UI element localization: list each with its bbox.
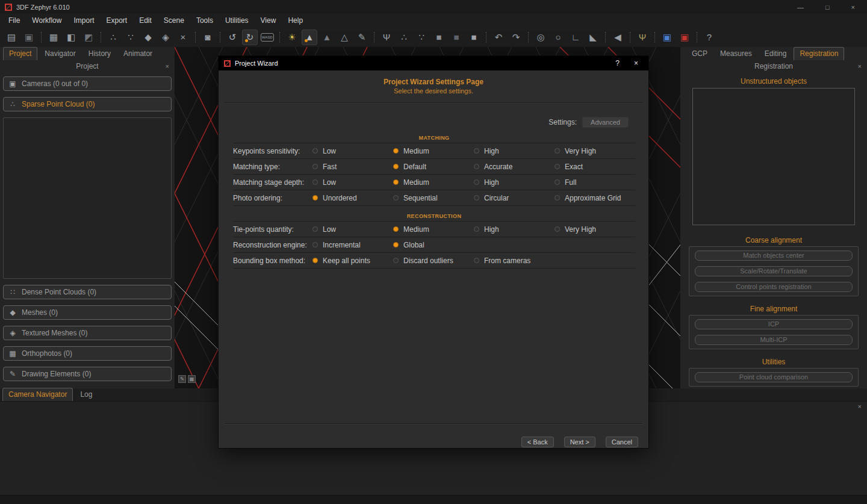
close-icon[interactable]: × [858, 60, 862, 72]
radio-option[interactable]: Fast [312, 163, 393, 171]
radio-option[interactable]: Exact [555, 163, 635, 171]
help-icon[interactable]: ? [701, 30, 717, 45]
menu-scene[interactable]: Scene [158, 16, 190, 25]
save-project-icon[interactable]: ▣ [21, 30, 37, 45]
viewport-grid-tool-button[interactable]: ▦ [188, 375, 196, 383]
radio-option[interactable]: Medium [393, 225, 474, 234]
menu-help[interactable]: Help [282, 16, 309, 25]
radio-option[interactable]: High [474, 178, 555, 187]
plane-icon[interactable]: ■ [466, 30, 482, 45]
new-project-icon[interactable]: ▤ [4, 30, 19, 45]
shaded-render-icon[interactable]: ▲ [319, 30, 335, 45]
radio-option[interactable]: Accurate [474, 163, 555, 171]
wireframe-render-icon[interactable]: △ [337, 30, 352, 45]
dark-cube-icon[interactable]: ◩ [81, 30, 96, 45]
tab-camera-navigator[interactable]: Camera Navigator [2, 388, 73, 401]
menu-utilities[interactable]: Utilities [219, 16, 255, 25]
tab-project[interactable]: Project [3, 47, 37, 60]
unstructured-objects-list[interactable] [692, 88, 855, 225]
scale-rotate-translate-button[interactable]: Scale/Rotate/Translate [695, 266, 853, 276]
back-button[interactable]: < Back [521, 437, 554, 447]
redo-icon[interactable]: ↷ [508, 30, 524, 45]
cube-b-icon[interactable]: ■ [449, 30, 464, 45]
sparse-cloud-icon[interactable]: ∴ [105, 30, 121, 45]
red-app-icon[interactable]: ▣ [677, 30, 692, 45]
project-item-dense-point-clouds[interactable]: ∷ Dense Point Clouds (0) [3, 285, 172, 299]
grid-view-icon[interactable]: ▦ [46, 30, 61, 45]
menu-workflow[interactable]: Workflow [26, 16, 67, 25]
radio-option[interactable]: Very High [555, 147, 635, 155]
menu-file[interactable]: File [2, 16, 26, 25]
radio-option[interactable]: Default [393, 163, 474, 171]
close-icon[interactable]: × [858, 403, 862, 410]
tab-editing[interactable]: Editing [759, 48, 792, 60]
close-icon[interactable]: × [634, 59, 638, 67]
tab-navigator[interactable]: Navigator [39, 48, 81, 60]
scatter-b-icon[interactable]: ∵ [414, 30, 429, 45]
project-item-sparse-point-cloud[interactable]: ∴ Sparse Point Cloud (0) [3, 97, 172, 111]
settings-preset-dropdown[interactable]: Advanced [582, 117, 629, 128]
mesh-tool-icon[interactable]: ◆ [140, 30, 156, 45]
icp-button[interactable]: ICP [695, 319, 853, 329]
radio-option[interactable]: Incremental [312, 241, 393, 249]
radio-option[interactable]: Very High [555, 225, 635, 234]
radio-option[interactable]: Global [393, 241, 474, 249]
dialog-titlebar[interactable]: Project Wizard ? × [219, 56, 648, 70]
radio-option[interactable]: Unordered [312, 194, 393, 202]
project-item-meshes[interactable]: ◆ Meshes (0) [3, 305, 172, 320]
radio-option[interactable]: Full [555, 178, 635, 187]
radio-option[interactable]: Discard outliers [393, 257, 474, 265]
point-cloud-comparison-button[interactable]: Point cloud comparison [695, 372, 853, 382]
radio-option[interactable]: Low [312, 225, 393, 234]
camera-pose-icon[interactable]: Ψ [379, 30, 394, 45]
viewport-draw-tool-button[interactable]: ✎ [178, 375, 186, 383]
project-item-textured-meshes[interactable]: ◈ Textured Meshes (0) [3, 326, 172, 340]
camera-icon[interactable]: ◙ [200, 30, 216, 45]
close-icon[interactable]: × [851, 4, 855, 11]
scatter-a-icon[interactable]: ∴ [396, 30, 412, 45]
wasd-icon[interactable]: WASD [259, 30, 275, 45]
tab-history[interactable]: History [83, 48, 116, 60]
radio-option[interactable]: High [474, 147, 555, 155]
radio-option[interactable]: Medium [393, 147, 474, 155]
cancel-button[interactable]: Cancel [606, 437, 638, 447]
project-item-drawing-elements[interactable]: ✎ Drawing Elements (0) [3, 367, 172, 381]
radio-option[interactable]: Low [312, 178, 393, 187]
axes-icon[interactable]: ∟ [568, 30, 583, 45]
dense-cloud-icon[interactable]: ∵ [123, 30, 138, 45]
textured-mesh-tool-icon[interactable]: ◈ [158, 30, 173, 45]
solid-render-icon[interactable]: ▲ [302, 30, 317, 45]
sparse-point-cloud-list[interactable] [3, 117, 172, 279]
tab-measures[interactable]: Measures [715, 48, 757, 60]
menu-import[interactable]: Import [67, 16, 100, 25]
tab-gcp[interactable]: GCP [686, 48, 713, 60]
tab-animator[interactable]: Animator [118, 48, 158, 60]
radio-option[interactable]: Circular [474, 194, 555, 202]
radio-option[interactable]: Approximate Grid [555, 194, 635, 202]
minimize-icon[interactable]: — [797, 4, 804, 11]
cube-a-icon[interactable]: ■ [431, 30, 447, 45]
menu-edit[interactable]: Edit [133, 16, 158, 25]
project-item-orthophotos[interactable]: ▦ Orthophotos (0) [3, 346, 172, 361]
menu-view[interactable]: View [255, 16, 282, 25]
rings-icon[interactable]: ◎ [533, 30, 548, 45]
radio-option[interactable]: Keep all points [312, 257, 393, 265]
maximize-icon[interactable]: □ [825, 4, 830, 11]
next-button[interactable]: Next > [564, 437, 595, 447]
radio-option[interactable]: From cameras [474, 257, 555, 265]
help-icon[interactable]: ? [615, 59, 620, 67]
fork-tool-icon[interactable]: Ψ [635, 30, 650, 45]
match-objects-center-button[interactable]: Match objects center [695, 250, 853, 261]
control-points-registration-button[interactable]: Control points registration [695, 282, 853, 292]
blue-app-icon[interactable]: ▣ [659, 30, 675, 45]
multi-icp-button[interactable]: Multi-ICP [695, 335, 853, 345]
points-tool-icon[interactable]: × [175, 30, 191, 45]
tab-log[interactable]: Log [75, 388, 98, 401]
paint-icon[interactable]: ✎ [354, 30, 370, 45]
rotate-icon[interactable]: ↻ [242, 30, 258, 45]
menu-tools[interactable]: Tools [190, 16, 219, 25]
menu-export[interactable]: Export [100, 16, 133, 25]
light-icon[interactable]: ☀ [284, 30, 300, 45]
radio-option[interactable]: Low [312, 147, 393, 155]
ellipse-icon[interactable]: ○ [550, 30, 566, 45]
